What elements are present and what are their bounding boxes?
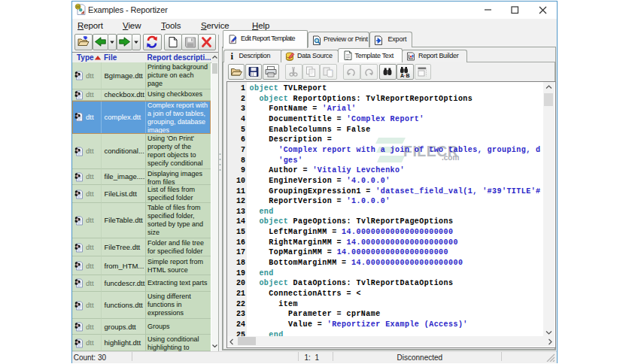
svg-text:A·B: A·B: [400, 73, 409, 78]
